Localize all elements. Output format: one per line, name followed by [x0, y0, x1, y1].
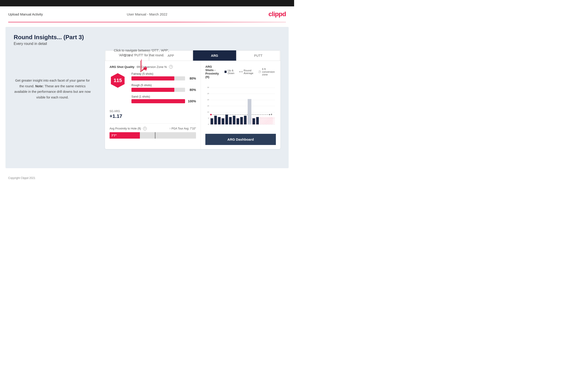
- svg-rect-30: [237, 118, 239, 125]
- svg-text:25: 25: [207, 92, 209, 95]
- copyright: Copyright Clippd 2021: [8, 176, 35, 180]
- legend-round-avg: Round Average: [239, 69, 255, 75]
- svg-rect-28: [229, 117, 232, 125]
- chart-svg: 0 5 10 15 20 25 30: [205, 81, 276, 132]
- svg-rect-34: [253, 118, 255, 125]
- svg-text:15: 15: [207, 105, 209, 107]
- hex-score: 115: [110, 72, 126, 89]
- svg-rect-29: [233, 116, 235, 125]
- proximity-cursor: [155, 132, 156, 139]
- top-bar: [0, 0, 294, 6]
- svg-rect-23: [211, 118, 213, 125]
- legend-label-round-avg: Round Average: [244, 69, 255, 75]
- svg-rect-25: [218, 117, 220, 125]
- dashboard-panel: OTT APP ARG PUTT ARG Shot Quality 6ft Co…: [105, 50, 280, 149]
- bar-bg-rough: [131, 88, 185, 92]
- tab-arg[interactable]: ARG: [193, 50, 236, 61]
- footer: Copyright Clippd 2021: [0, 173, 294, 183]
- conversion-label: 6ft Conversion Zone %: [137, 65, 167, 69]
- tab-ott[interactable]: OTT: [105, 50, 149, 61]
- bar-row-fairway: Fairway (5 shots) 80%: [131, 72, 196, 81]
- hex-number: 115: [114, 77, 122, 83]
- svg-rect-31: [240, 117, 243, 125]
- tab-putt[interactable]: PUTT: [237, 50, 280, 61]
- legend-dashed-line: [239, 72, 242, 72]
- bar-bg-sand: [131, 99, 185, 103]
- bar-bg-fairway: [131, 76, 185, 81]
- svg-rect-27: [225, 115, 228, 125]
- pga-avg: ↑ PGA Tour Avg: 7'10": [169, 127, 196, 130]
- user-manual-label: User Manual - March 2022: [127, 12, 167, 16]
- upload-manual-label: Upload Manual Activity: [8, 12, 43, 16]
- bar-label-sand: Sand (1 shots): [131, 95, 196, 98]
- chart-area: 0 5 10 15 20 25 30: [205, 81, 276, 132]
- legend-label-conversion: 6 ft conversion zone: [262, 68, 276, 76]
- sg-label: SG ARG: [110, 110, 196, 113]
- legend-up-down: Up & Down: [225, 69, 235, 75]
- page-title: Round Insights... (Part 3): [14, 34, 280, 41]
- bar-track-fairway: 80%: [131, 76, 196, 81]
- bar-pct-sand: 100%: [187, 99, 196, 103]
- svg-rect-36: [260, 117, 273, 125]
- header: Upload Manual Activity User Manual - Mar…: [0, 6, 294, 22]
- proximity-bar-label: 7'7": [111, 134, 117, 137]
- metrics-header: ARG Shot Quality 6ft Conversion Zone % ?: [110, 65, 196, 69]
- bar-fill-sand: [131, 99, 185, 103]
- header-divider: [8, 22, 286, 22]
- proximity-header: Avg Proximity to Hole (ft) ? ↑ PGA Tour …: [110, 127, 196, 130]
- legend-box-up-down: [225, 71, 226, 73]
- legend-label-up-down: Up & Down: [228, 69, 236, 75]
- proximity-label: Avg Proximity to Hole (ft) ?: [110, 127, 147, 130]
- bar-label-rough: Rough (5 shots): [131, 84, 196, 87]
- help-icon[interactable]: ?: [169, 65, 173, 69]
- bar-fill-rough: [131, 88, 174, 92]
- svg-text:30: 30: [207, 86, 209, 88]
- svg-text:8: 8: [271, 114, 272, 116]
- proximity-section: Avg Proximity to Hole (ft) ? ↑ PGA Tour …: [110, 123, 196, 139]
- chart-title: ARG Shots - Proximity (ft): [205, 65, 221, 79]
- svg-text:5: 5: [208, 117, 209, 119]
- tab-app[interactable]: APP: [149, 50, 193, 61]
- hexagon-wrap: 115: [110, 72, 126, 89]
- chart-header: ARG Shots - Proximity (ft) Up & Down Rou…: [205, 65, 276, 79]
- score-section: 115 Fairway (5 shots) 80%: [110, 72, 196, 107]
- panel-body: ARG Shot Quality 6ft Conversion Zone % ?…: [105, 61, 280, 149]
- main-content: Round Insights... (Part 3) Every round i…: [6, 27, 289, 168]
- avg-marker: [210, 114, 212, 116]
- tabs-container: OTT APP ARG PUTT: [105, 50, 280, 61]
- svg-text:20: 20: [207, 99, 209, 101]
- avg-arrow: [269, 114, 270, 116]
- bar-row-sand: Sand (1 shots) 100%: [131, 95, 196, 103]
- clippd-logo: clippd: [268, 10, 286, 18]
- svg-text:0: 0: [208, 123, 209, 125]
- proximity-bar-bg: 7'7": [110, 132, 196, 139]
- sg-section: SG ARG +1.17: [110, 110, 196, 119]
- bar-fill-fairway: [131, 76, 174, 81]
- note-label: Note:: [35, 84, 43, 88]
- bar-label-fairway: Fairway (5 shots): [131, 72, 196, 75]
- bar-pct-rough: 80%: [187, 88, 196, 92]
- legend-conversion-zone: 6 ft conversion zone: [259, 68, 276, 76]
- page-subtitle: Every round in detail: [14, 42, 280, 46]
- legend-hatched: [259, 71, 261, 73]
- metrics-header-label: ARG Shot Quality: [110, 65, 134, 69]
- arg-dashboard-button[interactable]: ARG Dashboard: [205, 134, 276, 145]
- svg-text:10: 10: [207, 111, 209, 113]
- left-section: Get greater insight into each facet of y…: [14, 50, 91, 149]
- svg-rect-33: [248, 99, 251, 124]
- svg-rect-24: [214, 116, 217, 125]
- svg-rect-26: [222, 118, 224, 125]
- description-box: Get greater insight into each facet of y…: [14, 78, 91, 100]
- bar-row-rough: Rough (5 shots) 80%: [131, 84, 196, 92]
- bar-pct-fairway: 80%: [187, 77, 196, 80]
- bar-track-sand: 100%: [131, 99, 196, 103]
- metrics-side: ARG Shot Quality 6ft Conversion Zone % ?…: [105, 61, 201, 149]
- svg-rect-35: [256, 117, 259, 125]
- proximity-bar-fill: 7'7": [110, 132, 140, 139]
- proximity-help-icon[interactable]: ?: [143, 127, 147, 130]
- content-layout: Get greater insight into each facet of y…: [14, 50, 280, 149]
- chart-side: ARG Shots - Proximity (ft) Up & Down Rou…: [201, 61, 280, 149]
- sg-value: +1.17: [110, 113, 196, 119]
- bars-section: Fairway (5 shots) 80% Rough (5 shots): [131, 72, 196, 107]
- svg-rect-32: [244, 116, 246, 125]
